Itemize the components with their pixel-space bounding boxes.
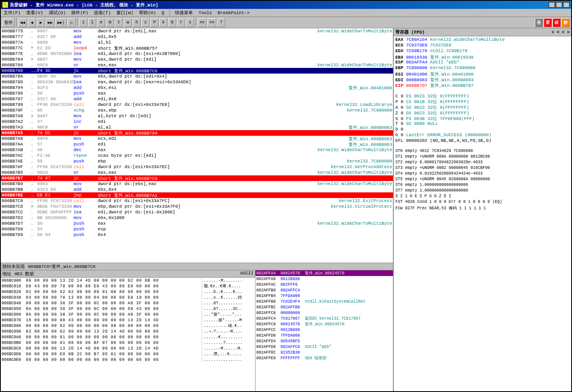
disasm-row[interactable]: 006BB7D7.50pusheaxkernel32.WideCharToMul… bbox=[1, 221, 393, 226]
hex-row[interactable]: 006BC02001 00 00 00 62 02 00 80 98 01 00… bbox=[1, 289, 255, 295]
menu-q[interactable]: Q bbox=[160, 10, 166, 16]
disasm-row[interactable]: 006BB7AE.55pushebpkernel32.7C800000 bbox=[1, 158, 393, 164]
tb-l[interactable]: l bbox=[88, 18, 96, 27]
menu-shortcuts[interactable]: 快捷菜单 bbox=[174, 9, 194, 16]
disasm-row[interactable]: 006BB77C^E2 D9loopdshort 复件_Win.006BB757 bbox=[1, 45, 393, 51]
hex-row[interactable]: 006BC04000 00 00 00 38 3F 00 80 0C 00 00… bbox=[1, 300, 255, 306]
reg-nav-left1[interactable]: < bbox=[552, 30, 555, 35]
tb-grid2[interactable]: ≡≡ bbox=[207, 18, 216, 27]
reg-nav-left3[interactable]: < bbox=[562, 30, 565, 35]
menu-tools[interactable]: Tools bbox=[197, 10, 213, 16]
tb-t[interactable]: t bbox=[115, 18, 123, 27]
hex-row[interactable]: 006BC0600A 00 00 00 38 3F 00 80 0C 00 00… bbox=[1, 312, 255, 317]
menu-debug[interactable]: 调试(D) bbox=[48, 9, 67, 16]
hex-scroll[interactable]: 006BC00000 00 00 00 13 2D 14 4D 00 00 00… bbox=[1, 278, 255, 391]
hex-row[interactable]: 006BC0A000 00 00 00 01 00 00 80 00 00 00… bbox=[1, 334, 255, 340]
disasm-row[interactable]: 006BB7A8.89F9movecx,edi复件_Win.006B8083 bbox=[1, 136, 393, 141]
disasm-row[interactable]: 006BB7A3.08C0oral,al复件_Win.006B8083 bbox=[1, 124, 393, 130]
stack-row[interactable]: 002AFFB47FFDA000 bbox=[255, 293, 393, 299]
disasm-row[interactable]: 006BB77A.88D8moval,bl bbox=[1, 40, 393, 45]
tb-wuai3[interactable]: 破 bbox=[553, 18, 561, 27]
reg-area[interactable]: EAX 7C80A164 kernel32.WideCharToMultiByt… bbox=[394, 36, 571, 391]
stack-row[interactable]: 002AFFD480545BFD bbox=[255, 338, 393, 344]
disasm-row[interactable]: 006BB7B7.74 07jcshort 复件_Win.006BB7C0 bbox=[1, 175, 393, 181]
tb-b[interactable]: b bbox=[168, 18, 176, 27]
disasm-row[interactable]: 006BB784>8B07moveax,dword ptr ds:[edi] bbox=[1, 57, 393, 62]
disasm-scroll[interactable]: 006BB775.8907movdword ptr ds:[edi],eaxke… bbox=[1, 28, 393, 263]
tb-help[interactable]: ? bbox=[217, 18, 225, 27]
tb-rewind2[interactable]: ◀◀ bbox=[18, 18, 27, 27]
menu-view[interactable]: 查看(V) bbox=[25, 9, 44, 16]
tb-rewind1[interactable]: ◀ bbox=[28, 18, 36, 27]
disasm-row[interactable]: 006BB799.FF96 E8A73330calldword ptr ds:[… bbox=[1, 102, 393, 107]
tb-P[interactable]: P bbox=[150, 18, 158, 27]
stack-row[interactable]: 002AFFDC82352B30 bbox=[255, 350, 393, 355]
menu-breakpoint[interactable]: BreakPoint-> bbox=[216, 10, 251, 16]
hex-row[interactable]: 006BC09002 00 00 00 02 00 00 00 13 2D 14… bbox=[1, 329, 255, 334]
hex-row[interactable]: 006BC0C000 00 00 00 13 2D 14 4D 00 00 00… bbox=[1, 346, 255, 351]
disasm-row[interactable]: 006BB775.8907movdword ptr ds:[edi],eaxke… bbox=[1, 28, 393, 34]
hex-row[interactable]: 006BC0B000 00 00 00 01 00 00 00 BF 07 00… bbox=[1, 340, 255, 346]
hex-row[interactable]: 006BC03003 00 00 00 78 13 00 80 04 00 00… bbox=[1, 295, 255, 300]
hex-row[interactable]: 006BC0D000 00 00 00 E0 0B 2C 00 B7 05 01… bbox=[1, 351, 255, 357]
tb-s[interactable]: s bbox=[186, 18, 194, 27]
hex-row[interactable]: 006BC0E000 00 00 00 00 00 00 00 00 00 00… bbox=[1, 357, 255, 362]
disasm-row[interactable]: 006BB79F.95xchgeax,ebpkernel32.7C800000 bbox=[1, 107, 393, 113]
hex-row[interactable]: 006BC07016 00 00 00 98 43 00 80 00 00 00… bbox=[1, 317, 255, 323]
disasm-row[interactable]: 006BB786.09C0oreax,eaxkernel32.WideCharT… bbox=[1, 62, 393, 68]
disasm-row[interactable]: 006BB7AF.FF96 ECA73330calldword ptr ds:[… bbox=[1, 164, 393, 170]
disasm-row[interactable]: 006BB7C0.FF96 FCA73330calldword ptr ds:[… bbox=[1, 198, 393, 204]
disasm-row[interactable]: 006BB788../74 3Cjcshort 复件_Win.006BB7C6 bbox=[1, 68, 393, 74]
tb-e[interactable]: e bbox=[97, 18, 105, 27]
menu-options[interactable]: 选项(T) bbox=[93, 9, 112, 16]
close-button[interactable]: ✕ bbox=[563, 2, 570, 8]
tb-forward4[interactable]: ▶▶| bbox=[55, 18, 67, 27]
stack-row[interactable]: 002AFFD8002AFFC8ASCII "pEb" bbox=[255, 344, 393, 350]
tb-wuai4[interactable]: 解 bbox=[561, 18, 570, 27]
stack-row[interactable]: 002AFFC47C817067返回到 kernel32.7C817067 bbox=[255, 316, 393, 321]
disasm-row[interactable]: 006BB77E.8DBE 007020B0leaedi,dword ptr d… bbox=[1, 51, 393, 57]
stack-row[interactable]: 002AFFBC002AFFB0 bbox=[255, 304, 393, 310]
disasm-row[interactable]: 006BB7D2.BB 00100000movebx,0x1000 bbox=[1, 215, 393, 221]
disasm-row[interactable]: 006BB7B5.09C0oreax,eaxkernel32.WideCharT… bbox=[1, 170, 393, 175]
reg-nav-left2[interactable]: < bbox=[557, 30, 559, 35]
stack-row[interactable]: 002AFFA80012B880 bbox=[255, 276, 393, 282]
disasm-row[interactable]: 006BB7A2.47incedi bbox=[1, 119, 393, 124]
disasm-row[interactable]: 006BB7A0>8A07moval,byte ptr ds:[edi] bbox=[1, 113, 393, 119]
tb-forward5[interactable]: ▷ bbox=[68, 18, 76, 27]
stack-row[interactable]: 002AFFB87C92E4F4ntdll.KiFastSystemCallRe… bbox=[255, 299, 393, 304]
disasm-row[interactable]: 006BB7BB.83C3 04addebx,0x4 bbox=[1, 187, 393, 192]
stack-row[interactable]: 002AFFB0002AFFC4 bbox=[255, 287, 393, 293]
stack-row[interactable]: 002AFFA400624570复件_Win.00624570 bbox=[255, 270, 393, 276]
tb-r[interactable]: r bbox=[177, 18, 185, 27]
disasm-row[interactable]: 006BB7BE.EB E1jmpshort 复件_Win.006BB7A1 bbox=[1, 192, 393, 198]
tb-forward3[interactable]: ▶▶ bbox=[46, 18, 55, 27]
disasm-row[interactable]: 006BB78D.8D8430 D0A6635leaeax,dword ptr … bbox=[1, 79, 393, 85]
disasm-row[interactable]: 006BB7AC.F2:AErepnescas byte ptr es:[edi… bbox=[1, 153, 393, 158]
stack-row[interactable]: 002AFFCC0012B880 bbox=[255, 327, 393, 333]
hex-row[interactable]: 006BC010D8 43 00 80 78 00 00 80 E8 43 00… bbox=[1, 283, 255, 289]
disasm-row[interactable]: 006BB7AB.48deceaxkernel32.WideCharToMult… bbox=[1, 147, 393, 153]
disasm-row[interactable]: 006BB7AA.57pushedi复件_Win.006B8083 bbox=[1, 141, 393, 147]
hex-row[interactable]: 006BC00000 00 00 00 13 2D 14 4D 00 00 00… bbox=[1, 278, 255, 283]
minimize-button[interactable]: _ bbox=[549, 2, 555, 8]
tb-wuai2[interactable]: 爱 bbox=[544, 18, 552, 27]
tb-c[interactable]: c bbox=[141, 18, 150, 27]
tb-m[interactable]: m bbox=[106, 18, 114, 27]
hex-row[interactable]: 006BC08000 00 00 00 02 00 00 00 00 00 98… bbox=[1, 323, 255, 329]
tb-k[interactable]: k bbox=[159, 18, 167, 27]
menu-plugin[interactable]: 插件(P) bbox=[70, 9, 89, 16]
disasm-row[interactable]: 006BB7A5.74 DCjcshort 复件_Win.006BB784 bbox=[1, 130, 393, 136]
stack-row[interactable]: 002AFFC000000000 bbox=[255, 310, 393, 316]
tb-pause[interactable]: 暂停 bbox=[2, 18, 15, 27]
menu-window[interactable]: 窗口(W) bbox=[115, 9, 135, 16]
disasm-row[interactable]: 006BB777.83C7 05addedi,0x5 bbox=[1, 34, 393, 40]
stack-row[interactable]: 002AFFAC002FFF0 bbox=[255, 282, 393, 287]
stack-row[interactable]: 002AFFC800624570复件_Win.00624570 bbox=[255, 321, 393, 327]
tb-h[interactable]: h bbox=[133, 18, 141, 27]
reg-nav-right[interactable]: > bbox=[567, 30, 570, 35]
disasm-row[interactable]: 006BB78A.8B5F 04movebx,dword ptr ds:[edi… bbox=[1, 74, 393, 79]
stack-scroll[interactable]: 002AFFA400624570复件_Win.00624570002AFFA80… bbox=[255, 270, 393, 391]
hex-row[interactable]: 006BC0500A 00 00 00 38 3F 00 80 0C 00 00… bbox=[1, 306, 255, 312]
tb-forward2[interactable]: ▶ bbox=[37, 18, 45, 27]
